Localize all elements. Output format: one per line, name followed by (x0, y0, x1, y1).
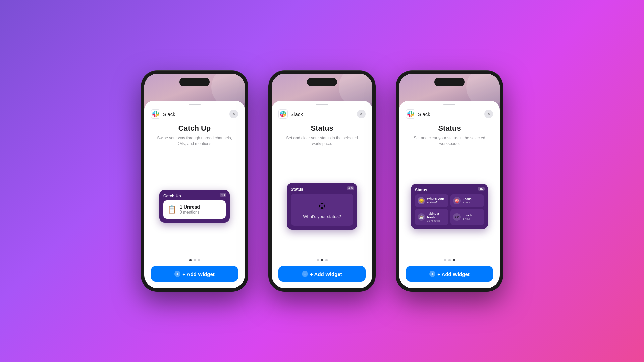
close-button[interactable]: × (229, 110, 238, 118)
catchup-text: 1 Unread 0 mentions (180, 204, 200, 215)
status-option-time-2: 30 minutes (427, 219, 446, 222)
status-inner: ☺ What's your status? (291, 194, 353, 226)
close-button[interactable]: × (357, 110, 366, 118)
status-option-icon-0: 😊 (418, 197, 425, 204)
slack-icon (151, 109, 160, 119)
widget-area: Catch Up 4:3 📋 1 Unread 0 mentions (151, 154, 238, 259)
status-option-lunch[interactable]: 🍽 Lunch 1 hour (450, 209, 484, 225)
status-option-text-0: What's your status? (427, 197, 446, 204)
widget-card-status-options: Status 4:3 😊 What's your status? 🎯 (411, 184, 488, 229)
add-widget-label: + Add Widget (182, 271, 215, 277)
sheet-header: Slack × (406, 109, 493, 119)
add-widget-button[interactable]: + + Add Widget (278, 266, 366, 282)
sheet-header: Slack × (278, 109, 366, 119)
status-option-time-3: 1 hour (463, 217, 472, 220)
dot-2 (194, 259, 196, 261)
sheet-title: Status (438, 124, 461, 133)
add-widget-button[interactable]: + + Add Widget (151, 266, 238, 282)
status-emoji: ☺ (317, 200, 327, 211)
dot-1 (444, 259, 446, 261)
dynamic-island (179, 78, 210, 86)
phone-status-empty: Slack × Status Set and clear your status… (268, 70, 376, 292)
dot-1 (189, 259, 192, 261)
sheet-subtitle: Swipe your way through unread channels, … (151, 135, 238, 147)
phone-catchup: Slack × Catch Up Swipe your way through … (141, 70, 248, 292)
widget-label: Catch Up (163, 194, 226, 198)
status-option-label-3: Lunch (463, 214, 472, 217)
page-dots (189, 259, 200, 261)
slack-icon (406, 109, 415, 119)
widget-card-catchup: Catch Up 4:3 📋 1 Unread 0 mentions (159, 190, 230, 223)
app-info: Slack (151, 109, 175, 119)
page-dots (444, 259, 455, 261)
widget-area: Status 4:3 😊 What's your status? 🎯 (406, 154, 493, 259)
app-info: Slack (278, 109, 303, 119)
add-widget-label: + Add Widget (310, 271, 342, 277)
status-prompt: What's your status? (303, 214, 341, 219)
bottom-sheet: Slack × Status Set and clear your status… (272, 101, 372, 288)
dot-3 (198, 259, 200, 261)
dynamic-island (307, 78, 337, 86)
sheet-subtitle: Set and clear your status in the selecte… (278, 135, 366, 147)
catchup-inner: 📋 1 Unread 0 mentions (163, 200, 226, 219)
dynamic-island (434, 78, 465, 86)
dot-2 (321, 259, 323, 261)
add-icon: + (302, 271, 308, 277)
dot-3 (453, 259, 455, 261)
status-option-label-2: Taking a break (427, 212, 446, 219)
mentions-count: 0 mentions (180, 210, 200, 215)
status-option-label-0: What's your status? (427, 197, 446, 204)
widget-area: Status 4:3 ☺ What's your status? (278, 154, 366, 259)
sheet-title: Catch Up (178, 124, 211, 133)
widget-badge: 4:3 (347, 186, 354, 190)
phone-status-options: Slack × Status Set and clear your status… (396, 70, 503, 292)
unread-count: 1 Unread (180, 204, 200, 210)
widget-card-status: Status 4:3 ☺ What's your status? (287, 183, 357, 230)
status-option-label-1: Focus (463, 197, 472, 201)
status-option-whats-your-status[interactable]: 😊 What's your status? (415, 194, 448, 207)
widget-label: Status (291, 187, 353, 192)
bottom-sheet: Slack × Catch Up Swipe your way through … (144, 101, 245, 288)
status-option-break[interactable]: ☕ Taking a break 30 minutes (415, 209, 448, 225)
app-name: Slack (418, 111, 430, 117)
status-option-focus[interactable]: 🎯 Focus 1 hour (450, 194, 484, 207)
widget-label: Status (415, 188, 484, 192)
status-option-text-3: Lunch 1 hour (463, 214, 472, 220)
sheet-handle (316, 104, 328, 105)
status-option-icon-1: 🎯 (453, 197, 461, 204)
sheet-title: Status (311, 124, 333, 133)
sheet-subtitle: Set and clear your status in the selecte… (406, 135, 493, 147)
status-options-grid: 😊 What's your status? 🎯 Focus 1 hour (415, 194, 484, 225)
slack-icon (278, 109, 288, 119)
widget-badge: 4:3 (478, 187, 485, 191)
sheet-handle (443, 104, 455, 105)
status-option-time-1: 1 hour (463, 201, 472, 204)
dot-3 (325, 259, 328, 261)
page-dots (317, 259, 328, 261)
status-option-text-1: Focus 1 hour (463, 197, 472, 204)
status-option-icon-2: ☕ (418, 213, 425, 221)
dot-2 (448, 259, 451, 261)
sheet-handle (189, 104, 201, 105)
dot-1 (317, 259, 319, 261)
app-info: Slack (406, 109, 430, 119)
app-name: Slack (163, 111, 175, 117)
bottom-sheet: Slack × Status Set and clear your status… (399, 101, 500, 288)
status-option-icon-3: 🍽 (453, 213, 461, 221)
catchup-icon: 📋 (167, 205, 176, 214)
add-icon: + (174, 271, 180, 277)
add-widget-button[interactable]: + + Add Widget (406, 266, 493, 282)
app-name: Slack (290, 111, 303, 117)
status-option-text-2: Taking a break 30 minutes (427, 212, 446, 222)
add-icon: + (429, 271, 435, 277)
sheet-header: Slack × (151, 109, 238, 119)
close-button[interactable]: × (484, 110, 493, 118)
widget-badge: 4:3 (220, 193, 226, 197)
add-widget-label: + Add Widget (437, 271, 470, 277)
